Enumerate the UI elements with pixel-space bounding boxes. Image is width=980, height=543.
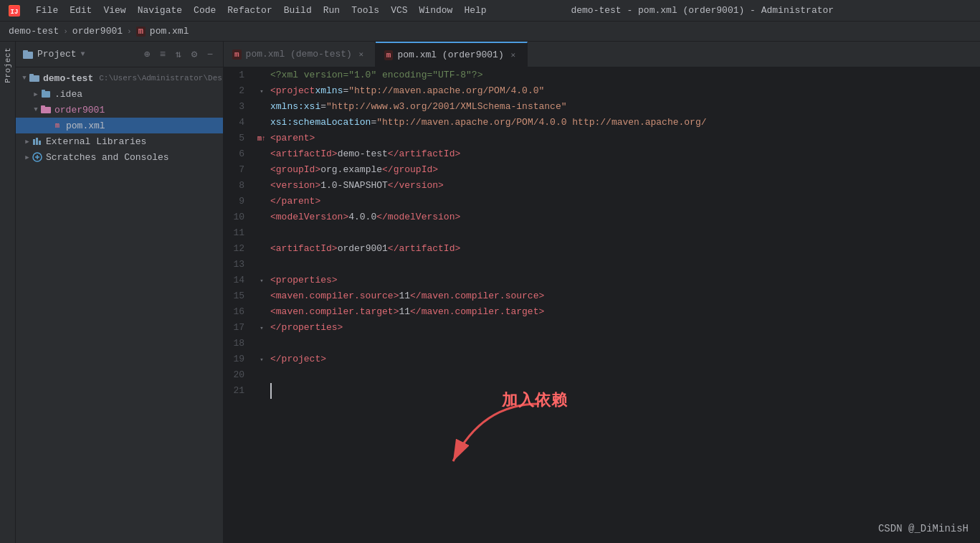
code-area[interactable]: <?xml version="1.0" encoding="UTF-8"?><p… xyxy=(267,67,980,543)
tab-close-demo[interactable]: ✕ xyxy=(356,49,366,60)
tree-arrow-ext-libs[interactable]: ▶ xyxy=(23,137,32,146)
tree-arrow-demo-test[interactable]: ▼ xyxy=(20,74,29,82)
project-tab-label[interactable]: Project xyxy=(4,47,12,83)
fold-marker-4 xyxy=(256,115,267,131)
code-line-19[interactable]: </project> xyxy=(270,351,980,367)
menu-item-code[interactable]: Code xyxy=(189,4,220,17)
tab-icon-demo: m xyxy=(232,49,242,60)
watermark: CSDN @_DiMinisH xyxy=(878,523,969,534)
code-line-10[interactable]: <modelVersion>4.0.0</modelVersion> xyxy=(270,209,980,225)
code-line-16[interactable]: <maven.compiler.target>11</maven.compile… xyxy=(270,304,980,320)
tab-pom-demo-test[interactable]: m pom.xml (demo-test) ✕ xyxy=(224,42,376,67)
sidebar: Project ▼ ⊕ ≡ ⇅ ⚙ − ▼ demo-test C:\Users… xyxy=(16,42,224,543)
close-sidebar-btn[interactable]: − xyxy=(204,49,216,60)
fold-marker-17[interactable]: ▾ xyxy=(256,320,267,336)
svg-rect-9 xyxy=(41,105,45,108)
code-line-9[interactable]: </parent> xyxy=(270,194,980,209)
code-line-21[interactable] xyxy=(270,383,980,399)
collapse-all-btn[interactable]: ≡ xyxy=(157,49,168,60)
line-number-8: 8 xyxy=(224,178,250,194)
tab-icon-order9001: m xyxy=(384,50,394,60)
code-line-7[interactable]: <groupId>org.example</groupId> xyxy=(270,162,980,178)
tree-icon-scratches xyxy=(32,151,43,163)
line-number-9: 9 xyxy=(224,194,250,209)
breadcrumb-file-icon: m xyxy=(136,27,146,37)
code-line-13[interactable] xyxy=(270,257,980,273)
fold-marker-3 xyxy=(256,99,267,115)
vertical-tab[interactable]: Project xyxy=(0,42,16,543)
tree-item-demo-test[interactable]: ▼ demo-test C:\Users\Administrator\Deskt… xyxy=(16,70,223,86)
app-icon: IJ xyxy=(9,5,20,16)
fold-marker-19[interactable]: ▾ xyxy=(256,351,267,367)
menu-item-build[interactable]: Build xyxy=(280,4,316,17)
breadcrumb-project[interactable]: demo-test xyxy=(9,26,59,37)
fold-marker-2[interactable]: ▾ xyxy=(256,83,267,99)
project-dropdown-arrow[interactable]: ▼ xyxy=(81,50,85,58)
menu-item-vcs[interactable]: VCS xyxy=(386,4,411,17)
menu-item-tools[interactable]: Tools xyxy=(347,4,384,17)
line-number-4: 4 xyxy=(224,115,250,131)
tree-item-idea[interactable]: ▶ .idea xyxy=(16,86,223,102)
breadcrumb-module[interactable]: order9001 xyxy=(72,26,123,37)
tab-pom-order9001[interactable]: m pom.xml (order9001) ✕ xyxy=(376,42,528,67)
line-number-16: 16 xyxy=(224,304,250,320)
code-line-4[interactable]: xsi:schemaLocation="http://maven.apache.… xyxy=(270,115,980,131)
fold-marker-1 xyxy=(256,67,267,83)
tree-label-idea: .idea xyxy=(54,89,82,100)
menu-item-help[interactable]: Help xyxy=(460,4,490,17)
tree-item-order9001[interactable]: ▼ order9001 xyxy=(16,102,223,118)
tree-arrow-idea[interactable]: ▶ xyxy=(32,90,40,98)
code-line-20[interactable] xyxy=(270,367,980,383)
fold-marker-10 xyxy=(256,209,267,225)
tree-label-order9001: order9001 xyxy=(54,105,105,115)
code-line-1[interactable]: <?xml version="1.0" encoding="UTF-8"?> xyxy=(270,67,980,83)
code-line-12[interactable]: <artifactId>order9001</artifactId> xyxy=(270,241,980,257)
svg-rect-12 xyxy=(39,141,41,145)
tree-item-ext-libs[interactable]: ▶ External Libraries xyxy=(16,133,223,149)
code-line-6[interactable]: <artifactId>demo-test</artifactId> xyxy=(270,146,980,162)
tab-bar: m pom.xml (demo-test) ✕ m pom.xml (order… xyxy=(224,42,980,67)
menu-item-run[interactable]: Run xyxy=(319,4,344,17)
fold-marker-11 xyxy=(256,225,267,241)
editor-area: m pom.xml (demo-test) ✕ m pom.xml (order… xyxy=(224,42,980,543)
code-line-18[interactable] xyxy=(270,336,980,351)
menu-item-view[interactable]: View xyxy=(99,4,130,17)
tree-icon-pom-xml: m xyxy=(52,120,63,131)
folder-icon xyxy=(23,49,33,60)
settings-btn[interactable]: ⚙ xyxy=(189,49,200,60)
tree-arrow-order9001[interactable]: ▼ xyxy=(32,105,40,114)
code-line-11[interactable] xyxy=(270,225,980,241)
menu-bar: FileEditViewNavigateCodeRefactorBuildRun… xyxy=(32,4,491,17)
code-line-17[interactable]: </properties> xyxy=(270,320,980,336)
breadcrumb-bar: demo-test › order9001 › m pom.xml xyxy=(0,22,980,42)
tree-item-scratches[interactable]: ▶ Scratches and Consoles xyxy=(16,149,223,165)
code-line-3[interactable]: xmlns:xsi="http://www.w3.org/2001/XMLSch… xyxy=(270,99,980,115)
line-number-1: 1 xyxy=(224,67,250,83)
menu-item-refactor[interactable]: Refactor xyxy=(223,4,276,17)
fold-marker-5[interactable]: m↑ xyxy=(256,131,267,146)
line-number-5: 5 xyxy=(224,131,250,146)
expand-all-btn[interactable]: ⇅ xyxy=(173,49,184,60)
line-number-6: 6 xyxy=(224,146,250,162)
tree-arrow-scratches[interactable]: ▶ xyxy=(23,153,32,161)
tree-item-pom-xml[interactable]: ▶ m pom.xml xyxy=(16,118,223,133)
svg-rect-3 xyxy=(23,50,28,53)
breadcrumb-file[interactable]: pom.xml xyxy=(150,26,189,37)
code-line-2[interactable]: <project xmlns="http://maven.apache.org/… xyxy=(270,83,980,99)
line-numbers: 123456789101112131415161718192021 xyxy=(224,67,256,543)
code-line-14[interactable]: <properties> xyxy=(270,273,980,288)
code-line-8[interactable]: <version>1.0-SNAPSHOT</version> xyxy=(270,178,980,194)
menu-item-edit[interactable]: Edit xyxy=(65,4,96,17)
menu-item-file[interactable]: File xyxy=(32,4,62,17)
main-area: Project Project ▼ ⊕ ≡ ⇅ ⚙ − xyxy=(0,42,980,543)
menu-item-window[interactable]: Window xyxy=(415,4,457,17)
locate-file-btn[interactable]: ⊕ xyxy=(141,49,153,60)
editor-content[interactable]: 123456789101112131415161718192021 ▾m↑▾▾▾… xyxy=(224,67,980,543)
svg-rect-6 xyxy=(42,91,50,98)
code-line-15[interactable]: <maven.compiler.source>11</maven.compile… xyxy=(270,288,980,304)
tab-close-order9001[interactable]: ✕ xyxy=(508,50,518,60)
line-number-2: 2 xyxy=(224,83,250,99)
code-line-5[interactable]: <parent> xyxy=(270,131,980,146)
fold-marker-14[interactable]: ▾ xyxy=(256,273,267,288)
menu-item-navigate[interactable]: Navigate xyxy=(133,4,186,17)
